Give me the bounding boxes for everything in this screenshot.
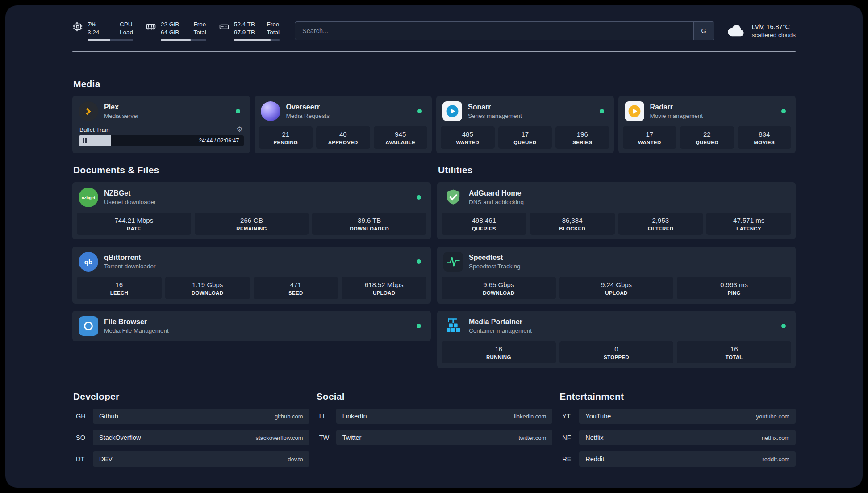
service-subtitle: Torrent downloader [104,263,156,270]
stat-wanted: 485 WANTED [441,126,495,149]
cloud-icon [726,23,747,39]
weather-condition: scattered clouds [752,32,796,38]
section-media: Media Plex Media server Bullet Train ⚙ [72,79,796,153]
bookmark-domain: reddit.com [762,456,789,463]
service-card-nzbget[interactable]: nzbget NZBGet Usenet downloader 744.21 M… [72,182,431,239]
bookmark-stackoverflow[interactable]: SO StackOverflow stackoverflow.com [72,430,309,445]
bookmark-reddit[interactable]: RE Reddit reddit.com [559,451,796,467]
disk-free-label: Free [267,21,280,29]
service-card-plex[interactable]: Plex Media server Bullet Train ⚙ 24:44 /… [72,96,250,153]
bookmark-abbr: RE [559,455,574,463]
qbittorrent-icon: qb [79,252,98,272]
stat-download: 1.19 Gbps DOWNLOAD [165,277,250,299]
search-input[interactable] [295,27,693,34]
overseerr-icon [261,101,280,121]
disk-total-value: 97.9 TB [234,29,255,37]
bookmark-name: Netflix [585,434,603,441]
disk-progress-bar [234,39,280,41]
bookmark-github[interactable]: GH Github github.com [72,409,309,424]
playback-progress-bar: 24:44 / 02:06:47 [79,135,244,146]
stat-approved: 40 APPROVED [316,126,370,149]
stat-remaining: 266 GB REMAINING [195,213,309,235]
service-card-qbittorrent[interactable]: qb qBittorrent Torrent downloader 16 LEE… [72,246,431,304]
bookmark-abbr: LI [316,413,331,420]
memory-widget: 22 GiB 64 GiB Free Total [146,21,206,41]
bookmark-abbr: NF [559,434,574,441]
service-name: Speedtest [469,254,521,262]
stat-upload: 618.52 Mbps UPLOAD [342,277,426,299]
status-dot [781,109,786,113]
bookmark-abbr: SO [72,434,88,441]
memory-free-value: 22 GiB [161,21,179,29]
service-card-adguard[interactable]: AdGuard Home DNS and adblocking 498,461 … [437,182,796,239]
weather-location: Lviv, 16.87°C [752,23,796,30]
bookmark-domain: stackoverflow.com [255,435,303,441]
search-provider-button[interactable]: G [693,22,714,40]
bookmark-linkedin[interactable]: LI LinkedIn linkedin.com [316,409,553,424]
bookmark-dev[interactable]: DT DEV dev.to [72,451,309,467]
bookmark-youtube[interactable]: YT YouTube youtube.com [559,409,796,424]
service-name: NZBGet [104,189,156,197]
utilities-section-title: Utilities [438,165,796,175]
stat-ping: 0.993 ms PING [677,277,791,299]
service-subtitle: Movie management [650,113,703,119]
memory-progress-fill [161,39,191,41]
bookmark-domain: linkedin.com [514,413,546,420]
status-dot [417,195,421,200]
filebrowser-icon [79,316,98,336]
search-bar: G [295,21,714,40]
bookmark-domain: netflix.com [762,435,789,441]
bookmark-name: Github [99,413,118,420]
service-subtitle: Media Requests [286,113,330,119]
bookmark-name: StackOverflow [99,434,141,441]
disk-widget: 52.4 TB 97.9 TB Free Total [219,21,280,41]
service-subtitle: Media File Management [104,327,169,334]
service-name: Overseerr [286,103,330,111]
stat-pending: 21 PENDING [259,126,313,149]
bookmark-group-entertainment: Entertainment YT YouTube youtube.com NF … [559,391,796,467]
service-card-speedtest[interactable]: Speedtest Speedtest Tracking 9.65 Gbps D… [437,246,796,304]
bookmark-abbr: GH [72,413,88,420]
service-name: Radarr [650,103,703,111]
stat-download: 9.65 Gbps DOWNLOAD [442,277,556,299]
service-card-filebrowser[interactable]: File Browser Media File Management [72,311,431,341]
service-card-radarr[interactable]: Radarr Movie management 17 WANTED 22 QUE… [618,96,796,153]
stat-upload: 9.24 Gbps UPLOAD [559,277,674,299]
weather-widget: Lviv, 16.87°C scattered clouds [726,23,796,39]
service-card-sonarr[interactable]: Sonarr Series management 485 WANTED 17 Q… [436,96,614,153]
bookmark-twitter[interactable]: TW Twitter twitter.com [316,430,553,445]
plex-now-playing: Bullet Train ⚙ 24:44 / 02:06:47 [77,125,246,146]
bookmark-domain: dev.to [288,456,303,463]
section-documents: Documents & Files nzbget NZBGet Usenet d… [72,165,431,368]
bookmark-domain: twitter.com [518,435,546,441]
cpu-usage-value: 7% [88,21,99,29]
service-name: Plex [104,103,139,111]
screenshot-stage: 7% 3.24 CPU Load [0,0,868,493]
bookmark-domain: github.com [275,413,303,420]
service-card-portainer[interactable]: Media Portainer Container management 16 … [437,311,796,368]
gear-icon[interactable]: ⚙ [236,126,242,133]
cpu-label: CPU [120,21,133,29]
service-subtitle: Container management [469,327,532,334]
cpu-load-value: 3.24 [88,29,99,37]
now-playing-title: Bullet Train [79,126,110,133]
adguard-shield-icon [443,188,463,207]
status-dot [781,324,786,328]
bookmark-abbr: DT [72,455,88,463]
radarr-icon [625,101,644,121]
memory-total-label: Total [193,29,206,37]
section-utilities: Utilities AdGuard Home DNS and a [437,165,796,368]
bookmark-netflix[interactable]: NF Netflix netflix.com [559,430,796,445]
plex-icon [79,101,98,121]
service-card-overseerr[interactable]: Overseerr Media Requests 21 PENDING 40 A… [255,96,432,153]
entertainment-section-title: Entertainment [559,391,796,402]
portainer-crane-icon [443,316,463,336]
stat-movies: 834 MOVIES [738,126,792,149]
media-section-title: Media [73,79,796,89]
disk-icon [219,21,230,32]
bookmark-name: DEV [99,455,113,463]
pause-button[interactable] [83,138,87,143]
developer-section-title: Developer [73,391,309,402]
stat-downloaded: 39.6 TB DOWNLOADED [312,213,426,235]
disk-total-label: Total [267,29,280,37]
